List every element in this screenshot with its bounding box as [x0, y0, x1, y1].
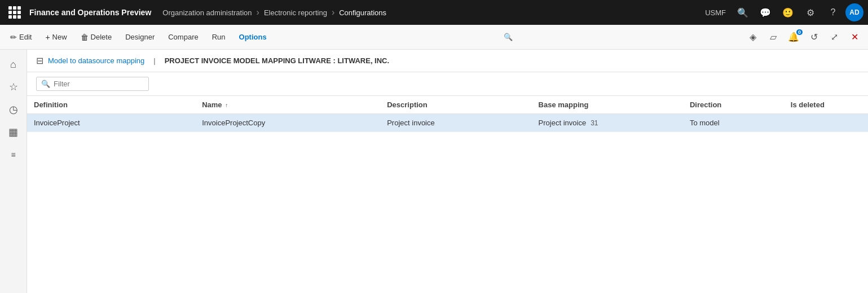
badge-btn[interactable]: 🔔 0	[785, 28, 803, 46]
user-label: USMF	[700, 8, 730, 17]
options-label: Options	[239, 33, 267, 41]
compare-label: Compare	[168, 33, 198, 41]
nav-crumb-org[interactable]: Organization administration	[160, 8, 254, 17]
sidebar-home-btn[interactable]: ⌂	[3, 54, 24, 75]
filter-input-container[interactable]: 🔍	[36, 77, 149, 91]
col-header-name[interactable]: Name ↑	[195, 96, 380, 114]
nav-sep-2: ›	[332, 7, 334, 18]
edit-icon: ✏	[10, 33, 17, 42]
toolbar-right-actions: ◈ ▱ 🔔 0 ↺ ⤢ ✕	[744, 28, 863, 46]
table-cell-4: To model	[683, 114, 784, 132]
diamond-icon-btn[interactable]: ◈	[744, 28, 762, 46]
designer-button[interactable]: Designer	[120, 29, 160, 45]
filter-search-icon: 🔍	[41, 80, 50, 88]
nav-crumb-config[interactable]: Configurations	[337, 8, 389, 17]
edit-button[interactable]: ✏ Edit	[5, 29, 37, 45]
new-icon: +	[45, 33, 50, 42]
nav-sep-1: ›	[257, 7, 259, 18]
table-cell-1: InvoiceProjectCopy	[195, 114, 380, 132]
delete-label: Delete	[91, 33, 112, 41]
delete-button[interactable]: 🗑 Delete	[75, 29, 118, 45]
close-icon-btn[interactable]: ✕	[845, 28, 863, 46]
main-layout: ⌂ ☆ ◷ ▦ ≡ ⊟ Model to datasource mapping …	[0, 50, 868, 293]
col-header-base-mapping: Base mapping	[532, 96, 683, 114]
user-avatar[interactable]: AD	[845, 3, 863, 21]
col-header-direction: Direction	[683, 96, 784, 114]
smiley-icon-btn[interactable]: 🙂	[778, 2, 798, 23]
compare-button[interactable]: Compare	[162, 29, 204, 45]
page-breadcrumb[interactable]: Model to datasource mapping	[48, 56, 144, 65]
col-header-definition: Definition	[27, 96, 195, 114]
grid-icon	[8, 6, 21, 19]
table-row[interactable]: InvoiceProjectInvoiceProjectCopyProject …	[27, 114, 868, 132]
designer-label: Designer	[125, 33, 155, 41]
new-button[interactable]: + New	[39, 29, 72, 45]
help-icon-btn[interactable]: ?	[823, 2, 843, 23]
options-button[interactable]: Options	[233, 29, 272, 45]
col-header-is-deleted: Is deleted	[784, 96, 868, 114]
top-nav-right: USMF 🔍 💬 🙂 ⚙ ? AD	[700, 2, 863, 23]
sidebar-favorites-btn[interactable]: ☆	[3, 77, 24, 97]
settings-icon-btn[interactable]: ⚙	[800, 2, 821, 23]
main-content: ⊟ Model to datasource mapping | PROJECT …	[27, 50, 868, 293]
table-cell-0: InvoiceProject	[27, 114, 195, 132]
table-cell-3: Project invoice31	[532, 114, 683, 132]
refresh-icon-btn[interactable]: ↺	[805, 28, 823, 46]
table-cell-2: Project invoice	[380, 114, 531, 132]
edit-label: Edit	[19, 33, 32, 41]
table-container: Definition Name ↑ Description Base mappi…	[27, 96, 868, 293]
page-breadcrumb-sep: |	[149, 56, 160, 65]
sidebar-workspaces-btn[interactable]: ▦	[3, 122, 24, 142]
col-header-description: Description	[380, 96, 531, 114]
new-label: New	[52, 33, 67, 41]
table-cell-5	[784, 114, 868, 132]
top-nav: Finance and Operations Preview Organizat…	[0, 0, 868, 25]
sort-asc-icon: ↑	[225, 102, 228, 108]
run-button[interactable]: Run	[206, 29, 231, 45]
filter-input[interactable]	[54, 80, 144, 88]
app-grid-button[interactable]	[5, 2, 25, 23]
toolbar-search-icon[interactable]: 🔍	[499, 28, 517, 46]
table-header-row: Definition Name ↑ Description Base mappi…	[27, 96, 868, 114]
chat-icon-btn[interactable]: 💬	[755, 2, 776, 23]
toolbar: ✏ Edit + New 🗑 Delete Designer Compare R…	[0, 25, 868, 50]
sidebar-recent-btn[interactable]: ◷	[3, 99, 24, 120]
page-filter-icon[interactable]: ⊟	[36, 55, 43, 66]
sidebar-modules-btn[interactable]: ≡	[3, 145, 24, 165]
page-title: PROJECT INVOICE MODEL MAPPING LITWARE : …	[165, 56, 389, 65]
delete-icon: 🗑	[81, 33, 89, 42]
run-label: Run	[212, 33, 226, 41]
expand-icon-btn[interactable]: ⤢	[825, 28, 843, 46]
table-body: InvoiceProjectInvoiceProjectCopyProject …	[27, 114, 868, 132]
sidebar: ⌂ ☆ ◷ ▦ ≡	[0, 50, 27, 293]
page-header: ⊟ Model to datasource mapping | PROJECT …	[27, 50, 868, 72]
filter-row: 🔍	[27, 72, 868, 96]
data-table: Definition Name ↑ Description Base mappi…	[27, 96, 868, 132]
app-title: Finance and Operations Preview	[25, 8, 160, 17]
panel-icon-btn[interactable]: ▱	[764, 28, 782, 46]
search-icon-btn[interactable]: 🔍	[733, 2, 753, 23]
nav-crumb-er[interactable]: Electronic reporting	[262, 8, 329, 17]
